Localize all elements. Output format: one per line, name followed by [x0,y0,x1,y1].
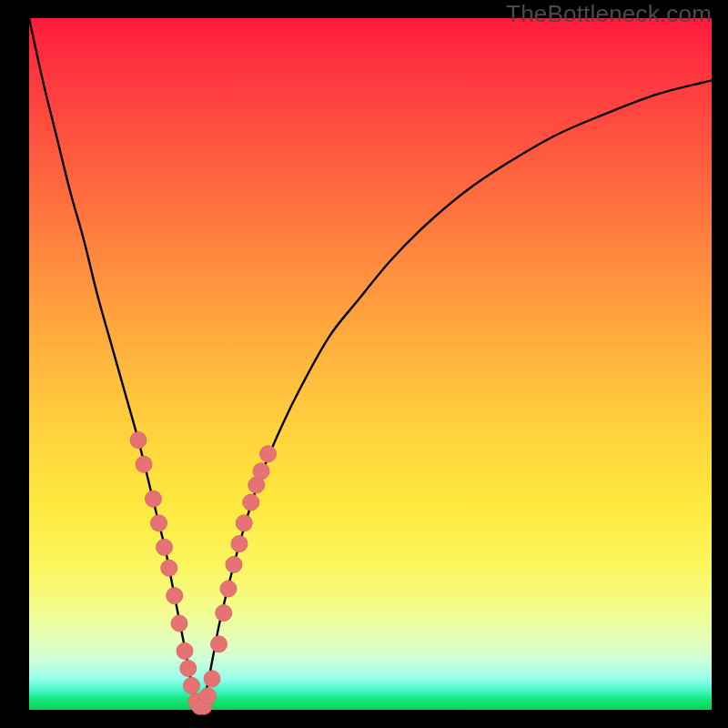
chart-frame: TheBottleneck.com [0,0,728,728]
curve-marker [151,515,167,531]
watermark-text: TheBottleneck.com [506,0,712,28]
curve-marker [136,456,152,472]
bottleneck-curve-svg [29,18,712,710]
curve-marker [180,660,197,676]
curve-marker [220,581,237,597]
curve-markers [130,432,277,715]
curve-marker [177,642,193,659]
curve-marker [171,615,187,632]
curve-marker [243,494,259,511]
plot-area [29,18,712,710]
curve-marker [253,463,269,480]
curve-marker [200,688,217,704]
curve-marker [157,539,173,555]
curve-marker [260,446,277,462]
curve-marker [226,556,242,572]
curve-marker [167,588,183,604]
curve-marker [161,560,177,576]
curve-marker [236,515,252,531]
curve-marker [216,605,232,622]
curve-marker [231,536,248,552]
curve-marker [204,671,220,687]
curve-marker [130,432,147,449]
curve-marker [146,490,162,507]
bottleneck-curve [29,18,712,710]
curve-marker [184,677,200,693]
curve-marker [211,636,228,652]
